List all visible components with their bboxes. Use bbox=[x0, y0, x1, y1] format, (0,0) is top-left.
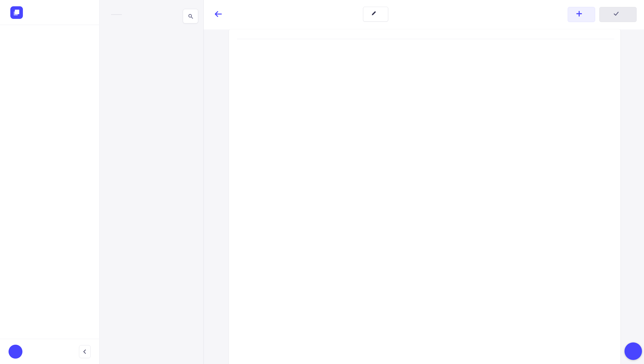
back-arrow-icon bbox=[214, 10, 222, 19]
strapi-logo-icon bbox=[10, 6, 23, 19]
user-row bbox=[0, 339, 99, 364]
main-header bbox=[204, 0, 644, 30]
save-button[interactable] bbox=[599, 7, 636, 22]
divider bbox=[111, 14, 122, 15]
pencil-icon bbox=[370, 10, 377, 18]
sidebar bbox=[0, 0, 100, 364]
strapi-dashboard-app bbox=[0, 0, 644, 364]
divider bbox=[237, 39, 614, 39]
help-button[interactable] bbox=[624, 342, 642, 360]
fields-card bbox=[229, 30, 620, 364]
avatar[interactable] bbox=[8, 345, 22, 358]
brand bbox=[0, 0, 99, 25]
edit-button[interactable] bbox=[363, 7, 388, 22]
plus-icon bbox=[576, 10, 583, 19]
search-button[interactable] bbox=[183, 9, 198, 23]
collapse-sidebar-button[interactable] bbox=[79, 345, 91, 358]
sidebar-nav bbox=[0, 25, 99, 32]
main-area bbox=[204, 0, 644, 364]
content-type-builder-panel bbox=[100, 0, 204, 364]
check-icon bbox=[613, 10, 620, 19]
add-another-field-button[interactable] bbox=[568, 7, 595, 22]
back-link[interactable] bbox=[214, 10, 226, 19]
